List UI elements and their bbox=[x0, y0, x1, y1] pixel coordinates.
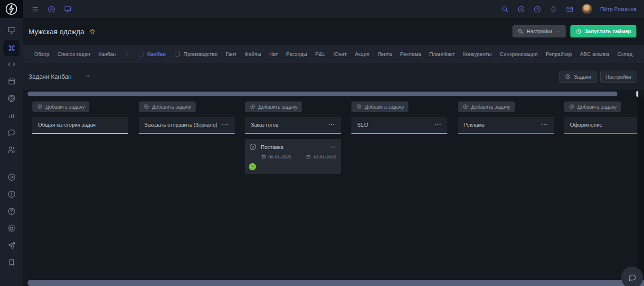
tab-label: Канбан bbox=[98, 51, 116, 57]
sidebar-item-arrow-right-circle[interactable] bbox=[3, 170, 19, 184]
tab[interactable]: Расходы bbox=[286, 51, 307, 57]
send-icon bbox=[7, 241, 16, 250]
vertical-scrollbar[interactable] bbox=[636, 91, 638, 97]
column-header[interactable]: Заказ готов bbox=[245, 117, 341, 134]
tab[interactable]: Репрайсер bbox=[546, 51, 572, 57]
tab[interactable]: Производство bbox=[174, 51, 218, 57]
tab[interactable]: Акция bbox=[355, 51, 369, 57]
sidebar-item-calendar[interactable] bbox=[3, 74, 19, 88]
code-icon bbox=[7, 60, 16, 69]
tab[interactable]: Обзор bbox=[34, 51, 49, 57]
add-task-label: Добавить задачу bbox=[46, 104, 85, 110]
tab[interactable]: ABC анализ bbox=[580, 51, 609, 57]
page-title: Мужская одежда bbox=[28, 28, 84, 36]
column-header[interactable]: Общая категория задач bbox=[32, 117, 128, 134]
sidebar-item-help-circle[interactable] bbox=[3, 204, 19, 218]
add-task-label: Добавить задачу bbox=[365, 104, 404, 110]
sidebar-item-monitor[interactable] bbox=[3, 23, 19, 37]
chat-fab-button[interactable] bbox=[621, 267, 643, 286]
search-icon[interactable] bbox=[501, 5, 509, 13]
start-timer-label: Запустить таймер bbox=[585, 28, 631, 34]
column-menu-icon[interactable] bbox=[328, 121, 335, 129]
kanban-dashed-icon bbox=[138, 51, 144, 57]
plus-circle-icon bbox=[250, 104, 256, 110]
plus-circle-icon[interactable] bbox=[517, 5, 525, 13]
sidebar-item-code[interactable] bbox=[3, 57, 19, 71]
column-menu-icon[interactable] bbox=[221, 121, 229, 129]
sidebar-item-chart-bar[interactable] bbox=[3, 108, 19, 122]
sidebar-item-command[interactable] bbox=[3, 40, 19, 56]
sidebar-item-settings[interactable] bbox=[3, 221, 19, 235]
add-task-button[interactable]: Добавить задачу bbox=[351, 101, 408, 112]
calendar-icon bbox=[7, 77, 16, 86]
task-menu-icon[interactable] bbox=[330, 144, 336, 150]
sidebar-item-bookmark[interactable] bbox=[3, 255, 19, 269]
column-title: Оформление bbox=[570, 122, 602, 128]
sidebar-item-alert-circle[interactable] bbox=[3, 187, 19, 201]
clock-icon[interactable] bbox=[533, 5, 541, 13]
tab[interactable]: Канбан bbox=[138, 51, 166, 57]
add-task-button[interactable]: Добавить задачу bbox=[564, 101, 621, 112]
column-header[interactable]: Заказать отправить (Зеркало) bbox=[139, 117, 235, 134]
avatar[interactable] bbox=[582, 4, 592, 14]
monitor-icon[interactable] bbox=[64, 5, 72, 13]
kanban-board: Добавить задачуОбщая категория задачДоба… bbox=[23, 97, 637, 280]
tab-label: Синхронизация bbox=[500, 51, 538, 57]
column-menu-icon[interactable] bbox=[540, 121, 548, 129]
tab-bar: ОбзорСписок задачКанбанКанбанПроизводств… bbox=[23, 45, 644, 63]
menu-icon[interactable] bbox=[31, 5, 39, 13]
horizontal-scrollbar-top[interactable] bbox=[28, 92, 617, 96]
tab[interactable]: Гант bbox=[226, 51, 237, 57]
tab[interactable]: Склад bbox=[617, 51, 633, 57]
tab[interactable]: Чат bbox=[269, 51, 278, 57]
task-timer-badge[interactable] bbox=[249, 163, 256, 170]
add-task-button[interactable]: Добавить задачу bbox=[139, 101, 196, 112]
start-timer-button[interactable]: Запустить таймер bbox=[570, 25, 636, 37]
tab-label: ABC анализ bbox=[580, 51, 609, 57]
settings-dropdown-button[interactable]: Настройки bbox=[512, 25, 566, 37]
tab-label: Расходы bbox=[286, 51, 307, 57]
column-header[interactable]: SEO bbox=[351, 117, 447, 134]
tab[interactable]: План/Факт bbox=[429, 51, 455, 57]
mail-icon[interactable] bbox=[566, 5, 574, 13]
check-circle-icon[interactable] bbox=[249, 143, 257, 151]
column-menu-icon[interactable] bbox=[434, 121, 442, 129]
tab[interactable]: P&L bbox=[315, 51, 325, 57]
tasks-button[interactable]: Задачи bbox=[559, 71, 597, 83]
column-header[interactable]: Оформление bbox=[564, 117, 637, 134]
tab[interactable]: Лента bbox=[378, 51, 392, 57]
tab-label: Чат bbox=[269, 51, 278, 57]
sidebar-item-target[interactable] bbox=[3, 91, 19, 105]
sidebar-item-users[interactable] bbox=[3, 142, 19, 157]
kanban-widget-title: Задачи Канбан bbox=[28, 73, 72, 80]
add-task-label: Добавить задачу bbox=[578, 104, 616, 110]
sidebar-item-send[interactable] bbox=[3, 238, 19, 252]
bell-icon[interactable] bbox=[549, 5, 558, 13]
task-card[interactable]: Поставка09-01-202512-01-2025 bbox=[245, 139, 341, 174]
board-settings-button[interactable]: Настройки bbox=[600, 71, 636, 83]
task-end-date: 12-01-2025 bbox=[306, 154, 336, 159]
collapse-arrow-up-icon[interactable] bbox=[85, 74, 91, 80]
tab[interactable]: Файлы bbox=[245, 51, 261, 57]
tab[interactable]: Канбан bbox=[98, 51, 116, 57]
tab[interactable]: Реклама bbox=[400, 51, 421, 57]
tab[interactable]: Синхронизация bbox=[500, 51, 538, 57]
tab[interactable]: Конкуренты bbox=[463, 51, 492, 57]
task-start-date-label: 09-01-2025 bbox=[268, 154, 292, 159]
horizontal-scrollbar-bottom[interactable] bbox=[28, 280, 644, 286]
kanban-widget-header: Задачи Канбан Задачи Настройки bbox=[23, 63, 644, 90]
kanban-column: Добавить задачуЗаказать отправить (Зерка… bbox=[139, 101, 235, 134]
favorite-star-icon[interactable] bbox=[89, 28, 96, 35]
column-header[interactable]: Реклама bbox=[458, 117, 554, 134]
bookmark-icon bbox=[7, 258, 16, 267]
add-task-button[interactable]: Добавить задачу bbox=[32, 101, 89, 112]
add-task-label: Добавить задачу bbox=[258, 104, 297, 110]
tab[interactable]: Юнит bbox=[333, 51, 347, 57]
check-circle-icon[interactable] bbox=[47, 5, 56, 13]
user-name[interactable]: Пётр Романов bbox=[600, 6, 636, 12]
app-logo[interactable] bbox=[0, 0, 23, 18]
sidebar-item-message-circle[interactable] bbox=[3, 125, 19, 139]
add-task-button[interactable]: Добавить задачу bbox=[245, 101, 302, 112]
add-task-button[interactable]: Добавить задачу bbox=[458, 101, 515, 112]
tab[interactable]: Список задач bbox=[57, 51, 90, 57]
